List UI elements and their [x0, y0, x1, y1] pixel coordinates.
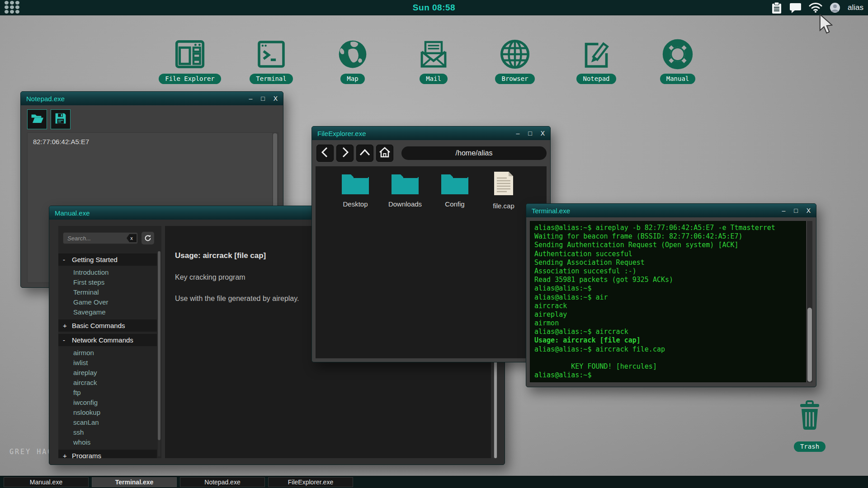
taskbar-item-file-explorer[interactable]: FileExplorer.exe [268, 477, 353, 487]
tree-section-basic-commands[interactable]: +Basic Commands [58, 319, 157, 332]
terminal-line: aireplay [534, 310, 806, 319]
terminal-line: Authentication succesful [534, 250, 806, 258]
file-item-desktop[interactable]: Desktop [334, 171, 377, 208]
file-item-downloads[interactable]: Downloads [383, 171, 427, 208]
terminal-line: alias@alias:~$ [534, 284, 806, 293]
chat-icon[interactable] [789, 2, 802, 14]
minimize-button[interactable]: – [516, 127, 519, 140]
desktop-icon-manual[interactable]: Manual [642, 38, 714, 84]
taskbar-item-terminal[interactable]: Terminal.exe [92, 477, 177, 487]
window-title: Terminal.exe [532, 207, 570, 215]
window-title: Notepad.exe [26, 95, 65, 103]
save-file-button[interactable] [51, 109, 71, 129]
desktop-icon-label: Terminal [250, 74, 292, 84]
tree-item-nslookup[interactable]: nslookup [58, 408, 157, 418]
apps-grid-button[interactable] [5, 1, 20, 14]
file-document-icon [493, 190, 514, 197]
username[interactable]: alias [848, 3, 863, 12]
terminal-line: KEY FOUND! [hercules] [534, 362, 806, 371]
open-file-button[interactable] [27, 109, 47, 129]
maximize-button[interactable]: □ [794, 204, 797, 217]
desktop-icon-mail[interactable]: Mail [397, 38, 470, 84]
path-input[interactable]: /home/alias [401, 146, 547, 160]
desktop-icon-browser[interactable]: Browser [479, 38, 551, 84]
tree-item-introduction[interactable]: Introduction [58, 267, 157, 277]
trash[interactable]: Trash [787, 400, 832, 452]
missions-clipboard-icon[interactable] [771, 2, 782, 14]
terminal-line: alias@alias:~$ [534, 371, 806, 380]
file-item-label: file.cap [482, 202, 525, 210]
chevron-left-icon [319, 146, 331, 160]
terminal-titlebar[interactable]: Terminal.exe – □ X [526, 204, 816, 217]
file-item-label: Downloads [383, 200, 427, 208]
forward-button[interactable] [336, 145, 354, 162]
close-button[interactable]: X [274, 92, 278, 105]
wifi-icon[interactable] [809, 2, 822, 13]
maximize-button[interactable]: □ [528, 127, 532, 140]
mouse-cursor [819, 14, 833, 36]
desktop-icon-label: File Explorer [159, 74, 221, 84]
terminal-output[interactable]: alias@alias:~$ aireplay -b 82:77:06:42:A… [530, 221, 806, 382]
tree-item-iwlist[interactable]: iwlist [58, 358, 157, 368]
file-explorer-titlebar[interactable]: FileExplorer.exe – □ X [312, 127, 550, 140]
taskbar-item-manual[interactable]: Manual.exe [4, 477, 89, 487]
desktop-icon-file-explorer[interactable]: File Explorer [154, 38, 226, 84]
minimize-button[interactable]: – [782, 204, 785, 217]
tree-section-getting-started[interactable]: -Getting Started [58, 253, 157, 266]
refresh-button[interactable] [142, 232, 154, 244]
tree-item-ftp[interactable]: ftp [58, 388, 157, 398]
desktop-icon-label: Mail [420, 74, 448, 84]
tree-section-network-commands[interactable]: -Network Commands [58, 334, 157, 346]
tree-item-savegame[interactable]: Savegame [58, 307, 157, 317]
tree-item-ssh[interactable]: ssh [58, 427, 157, 437]
taskbar-item-notepad[interactable]: Notepad.exe [180, 477, 265, 487]
tree-item-terminal[interactable]: Terminal [58, 287, 157, 297]
manual-sidebar-scrollbar[interactable] [158, 251, 160, 456]
desktop-icon-terminal[interactable]: Terminal [235, 38, 307, 84]
tree-item-whois[interactable]: whois [58, 437, 157, 447]
close-button[interactable]: X [541, 127, 545, 140]
terminal-line: airmon [534, 319, 806, 328]
desktop-icon-map[interactable]: Map [316, 38, 389, 84]
terminal-line: alias@alias:~$ air [534, 293, 806, 302]
map-globe-icon [335, 64, 370, 72]
file-explorer-files[interactable]: Desktop Downloads Config file.cap [316, 166, 547, 358]
avatar[interactable] [830, 2, 840, 13]
file-item-config[interactable]: Config [433, 171, 476, 208]
terminal-window: Terminal.exe – □ X alias@alias:~$ airepl… [526, 203, 816, 387]
tree-item-aircrack[interactable]: aircrack [58, 378, 157, 388]
file-explorer-icon [172, 64, 208, 72]
file-explorer-window: FileExplorer.exe – □ X /home/alias [311, 126, 551, 362]
terminal-scrollbar[interactable] [807, 221, 812, 382]
maximize-button[interactable]: □ [261, 92, 264, 105]
file-item-label: Config [433, 200, 476, 208]
tree-item-aireplay[interactable]: aireplay [58, 368, 157, 378]
folder-icon [341, 188, 370, 196]
file-item-file-cap[interactable]: file.cap [482, 171, 525, 210]
tree-item-airmon[interactable]: airmon [58, 348, 157, 358]
topbar: Sun 08:58 alias [0, 0, 868, 15]
tree-item-game-over[interactable]: Game Over [58, 297, 157, 307]
tree-item-scanlan[interactable]: scanLan [58, 418, 157, 427]
folder-icon [440, 188, 469, 196]
terminal-icon [254, 64, 289, 72]
minimize-button[interactable]: – [249, 92, 252, 105]
close-button[interactable]: X [807, 204, 811, 217]
home-button[interactable] [376, 145, 393, 162]
up-button[interactable] [356, 145, 373, 162]
terminal-line: alias@alias:~$ aircrack file.cap [534, 345, 806, 354]
tree-item-first-steps[interactable]: First steps [58, 277, 157, 287]
terminal-line: Association succesful :-) [534, 267, 806, 276]
open-folder-icon [31, 113, 43, 126]
tree-section-programs[interactable]: +Programs [58, 450, 157, 458]
notepad-pencil-icon [579, 64, 614, 72]
back-button[interactable] [316, 145, 334, 162]
desktop-icon-notepad[interactable]: Notepad [560, 38, 632, 84]
chevron-up-icon [359, 147, 371, 160]
notepad-titlebar[interactable]: Notepad.exe – □ X [21, 92, 283, 105]
save-floppy-icon [55, 113, 66, 126]
trash-icon [795, 432, 825, 440]
desktop[interactable]: Sun 08:58 alias File Explorer Terminal M… [0, 0, 868, 488]
desktop-icon-label: Manual [660, 74, 696, 84]
tree-item-iwconfig[interactable]: iwconfig [58, 398, 157, 408]
